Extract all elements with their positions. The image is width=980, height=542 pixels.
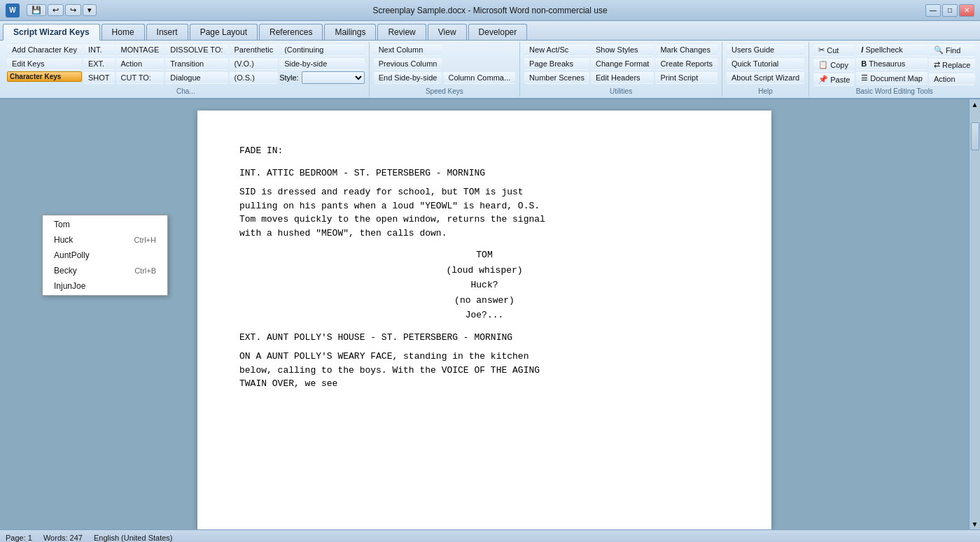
show-styles-button[interactable]: Show Styles [591,43,654,56]
tab-home[interactable]: Home [102,24,145,40]
cut-to-button[interactable]: CUT TO: [116,71,164,84]
change-format-button[interactable]: Change Format [591,57,654,70]
document-map-button[interactable]: ☰ Document Map [856,71,927,85]
dropdown-item-auntpolly[interactable]: AuntPolly [43,248,167,263]
scissors-icon: ✂ [818,45,825,55]
style-select[interactable] [302,71,365,84]
minimize-button[interactable]: — [925,4,941,17]
ribbon: Add Character Key Edit Keys Character Ke… [0,41,980,99]
ribbon-group-editing-tools: ✂ Cut 📋 Copy 📌 Paste I Spellcheck B Thes… [809,42,979,97]
tab-insert[interactable]: Insert [146,24,188,40]
users-guide-button[interactable]: Users Guide [727,43,804,56]
ribbon-group-utilities: New Act/Sc Page Breaks Number Scenes Sho… [520,42,722,97]
char-keys-col3: MONTAGE Action CUT TO: [116,43,164,84]
dropdown-item-injunjoe[interactable]: InjunJoe [43,278,167,294]
tab-references[interactable]: References [259,24,323,40]
paste-button[interactable]: 📌 Paste [813,73,855,86]
scroll-down-arrow[interactable]: ▼ [972,520,979,528]
language-indicator: English (United States) [94,534,173,542]
window-title: Screenplay Sample.docx - Microsoft Word … [372,6,607,15]
new-act-sc-button[interactable]: New Act/Sc [524,43,589,56]
quick-tutorial-button[interactable]: Quick Tutorial [727,57,804,70]
speed-keys-content: Next Column Previous Column End Side-by-… [374,43,515,86]
add-character-key-button[interactable]: Add Character Key [7,43,82,56]
tab-page-layout[interactable]: Page Layout [190,24,258,40]
page-indicator: Page: 1 [6,534,32,542]
ribbon-group-character-keys: Add Character Key Edit Keys Character Ke… [3,42,370,97]
tab-view[interactable]: View [428,24,467,40]
next-column-button[interactable]: Next Column [374,43,442,56]
find-button[interactable]: 🔍 Find [929,43,975,57]
speed-keys-col: Next Column Previous Column End Side-by-… [374,43,442,84]
spellcheck-icon: I [861,45,863,54]
character-keys-button[interactable]: Character Keys [7,71,82,82]
copy-button[interactable]: 📋 Copy [813,58,855,71]
parenthetical-2: (no answer) [239,294,729,308]
editing-col1: ✂ Cut 📋 Copy 📌 Paste [813,43,855,86]
dropdown-item-tom[interactable]: Tom [43,217,167,232]
spellcheck-button[interactable]: I Spellcheck [856,43,927,56]
tom-label: Tom [54,220,70,229]
os-button[interactable]: (O.S.) [230,71,279,84]
close-button[interactable]: ✕ [959,4,974,17]
number-scenes-button[interactable]: Number Scenes [524,71,589,84]
redo-button[interactable]: ↪ [65,4,81,16]
action-button[interactable]: Action [116,57,164,70]
dialogue-button[interactable]: Dialogue [165,71,227,84]
print-script-button[interactable]: Print Script [655,71,718,84]
about-script-wizard-button[interactable]: About Script Wizard [727,71,804,84]
dissolve-to-button[interactable]: DISSOLVE TO: [165,43,227,56]
huck-label: Huck [54,235,73,245]
customize-button[interactable]: ▾ [83,4,97,16]
window-controls[interactable]: — □ ✕ [925,4,974,17]
utilities-col3: Mark Changes Create Reports Print Script [655,43,718,84]
side-by-side-button[interactable]: Side-by-side [279,57,365,70]
replace-icon: ⇄ [934,60,940,69]
becky-label: Becky [54,266,77,276]
document-scroll[interactable]: FADE IN: INT. ATTIC BEDROOM - ST. PETERS… [0,99,969,529]
action-word-button[interactable]: Action [929,73,975,85]
edit-headers-button[interactable]: Edit Headers [591,71,654,84]
shot-button[interactable]: SHOT [83,71,115,84]
int-button[interactable]: INT. [83,43,115,56]
action-1: SID is dressed and ready for school, but… [239,185,729,240]
mark-changes-button[interactable]: Mark Changes [655,43,718,56]
dialogue-1: Huck? [239,278,729,292]
page-breaks-button[interactable]: Page Breaks [524,57,589,70]
undo-button[interactable]: ↩ [48,4,64,16]
fade-in: FADE IN: [239,144,729,158]
column-comma-button[interactable]: Column Comma... [443,71,515,84]
tab-review[interactable]: Review [377,24,426,40]
tab-developer[interactable]: Developer [468,24,528,40]
parenthetic-button[interactable]: Parenthetic [230,43,279,56]
scene-heading-2: EXT. AUNT POLLY'S HOUSE - ST. PETERSBERG… [239,331,729,345]
ext-button[interactable]: EXT. [83,57,115,70]
action-2: ON A AUNT POLLY'S WEARY FACE, standing i… [239,350,729,391]
previous-column-button[interactable]: Previous Column [374,57,442,70]
scene-heading-1: INT. ATTIC BEDROOM - ST. PETERSBERG - MO… [239,166,729,180]
dropdown-item-huck[interactable]: Huck Ctrl+H [43,232,167,248]
scroll-up-arrow[interactable]: ▲ [972,101,979,108]
transition-button[interactable]: Transition [165,57,227,70]
tab-mailings[interactable]: Mailings [324,24,376,40]
edit-keys-button[interactable]: Edit Keys [7,57,82,70]
create-reports-button[interactable]: Create Reports [655,57,718,70]
character-dropdown-menu[interactable]: Tom Huck Ctrl+H AuntPolly Becky Ctrl+B I… [42,215,168,296]
thesaurus-button[interactable]: B Thesaurus [856,57,927,70]
quick-access-toolbar[interactable]: 💾 ↩ ↪ ▾ [27,4,97,16]
utilities-col1: New Act/Sc Page Breaks Number Scenes [524,43,589,84]
huck-shortcut: Ctrl+H [134,236,156,244]
vertical-scrollbar[interactable]: ▲ ▼ [969,99,980,529]
montage-button[interactable]: MONTAGE [116,43,164,56]
vo-button[interactable]: (V.O.) [230,57,279,70]
maximize-button[interactable]: □ [942,4,958,17]
cut-button[interactable]: ✂ Cut [813,43,855,57]
tab-script-wizard-keys[interactable]: Script Wizard Keys [3,24,100,41]
character-tom: TOM [239,248,729,262]
dropdown-item-becky[interactable]: Becky Ctrl+B [43,263,167,278]
replace-button[interactable]: ⇄ Replace [929,58,975,71]
scrollbar-thumb[interactable] [971,122,979,150]
end-side-by-side-button[interactable]: End Side-by-side [374,71,442,84]
continuing-button[interactable]: (Continuing [279,43,365,56]
save-button[interactable]: 💾 [27,4,46,16]
